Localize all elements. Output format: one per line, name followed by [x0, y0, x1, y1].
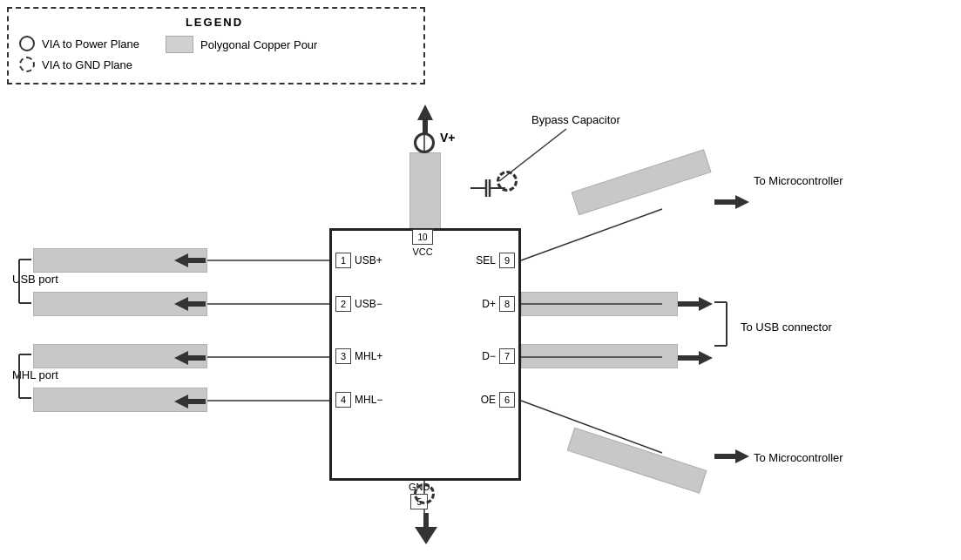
pin-4: 4 MHL−	[335, 392, 382, 408]
via-gnd-symbol	[414, 483, 435, 504]
pin-1: 1 USB+	[335, 253, 382, 268]
legend-items: VIA to Power Plane VIA to GND Plane Poly…	[19, 36, 409, 72]
pin-2: 2 USB−	[335, 296, 382, 312]
svg-rect-26	[188, 399, 206, 404]
pin-6: 6 OE	[481, 392, 515, 408]
usb-connector-bracket	[713, 290, 739, 358]
to-microcontroller-bottom-label: To Microcontroller	[754, 451, 843, 464]
svg-rect-37	[678, 355, 699, 361]
via-solid-icon	[19, 36, 35, 51]
svg-marker-21	[174, 297, 188, 311]
svg-rect-20	[188, 258, 206, 263]
bypass-capacitor-label: Bypass Capacitor	[531, 113, 620, 126]
arrow-left-pin1	[174, 253, 209, 267]
pin-vcc: 10 VCC	[412, 229, 433, 257]
pin-9: 9 SEL	[476, 253, 515, 268]
ic-chip: 10 VCC GND 5 1 USB+ 2 USB− 3 MHL+ 4 MHL−	[329, 228, 521, 481]
svg-rect-39	[714, 454, 735, 459]
to-usb-connector-label: To USB connector	[741, 320, 832, 334]
pin-3-box: 3	[335, 348, 351, 364]
arrow-right-d-minus	[678, 351, 713, 365]
svg-marker-40	[735, 449, 749, 463]
legend-left-column: VIA to Power Plane VIA to GND Plane	[19, 36, 139, 72]
pin-2-name: USB−	[355, 298, 382, 310]
arrow-left-pin2	[174, 297, 209, 311]
svg-marker-23	[174, 351, 188, 365]
svg-marker-36	[699, 297, 713, 311]
usb-port-bracket	[7, 247, 33, 315]
pin-3-name: MHL+	[355, 350, 382, 362]
svg-rect-33	[714, 199, 735, 205]
pin-3: 3 MHL+	[335, 348, 382, 364]
svg-marker-19	[174, 253, 188, 267]
svg-line-7	[521, 209, 662, 260]
pin-vcc-label: VCC	[412, 246, 432, 257]
arrow-right-sel	[714, 195, 749, 209]
legend-title: LEGEND	[19, 16, 409, 29]
vplus-label: V+	[440, 131, 456, 145]
pin-4-box: 4	[335, 392, 351, 408]
pin-1-box: 1	[335, 253, 351, 268]
to-microcontroller-top-label: To Microcontroller	[754, 174, 843, 187]
copper-pour-label: Polygonal Copper Pour	[200, 38, 317, 51]
pin-9-box: 9	[499, 253, 515, 268]
pin-8: 8 D+	[482, 296, 515, 312]
svg-rect-16	[423, 120, 428, 134]
pin-8-name: D+	[482, 298, 496, 310]
trace-sel	[572, 149, 712, 215]
pin-6-box: 6	[499, 392, 515, 408]
legend-via-gnd: VIA to GND Plane	[19, 57, 139, 72]
svg-marker-15	[417, 105, 433, 120]
via-gnd-label: VIA to GND Plane	[42, 58, 132, 71]
pin-1-name: USB+	[355, 254, 382, 267]
pin-7-name: D−	[482, 350, 496, 362]
legend-via-power: VIA to Power Plane	[19, 36, 139, 51]
arrow-left-pin3	[174, 351, 209, 365]
pin-7: 7 D−	[482, 348, 515, 364]
pin-10-box: 10	[412, 229, 433, 245]
svg-rect-18	[423, 513, 429, 527]
arrow-right-oe	[714, 449, 749, 463]
schematic-diagram: LEGEND VIA to Power Plane VIA to GND Pla…	[0, 0, 961, 560]
gnd-down-arrow	[415, 511, 437, 544]
trace-d-minus	[521, 344, 678, 368]
bypass-capacitor-symbol	[470, 171, 514, 208]
via-dashed-icon	[19, 57, 35, 72]
svg-marker-34	[735, 195, 749, 209]
arrow-left-pin4	[174, 395, 209, 408]
trace-oe	[567, 428, 707, 494]
svg-rect-24	[188, 355, 206, 361]
svg-marker-38	[699, 351, 713, 365]
pin-4-name: MHL−	[355, 394, 382, 406]
pin-7-box: 7	[499, 348, 515, 364]
pin-2-box: 2	[335, 296, 351, 312]
svg-marker-17	[415, 527, 437, 544]
trace-d-plus	[521, 292, 678, 316]
mhl-port-bracket	[7, 342, 33, 410]
power-up-arrow	[417, 105, 433, 136]
pin-6-name: OE	[481, 394, 496, 406]
copper-swatch-icon	[166, 36, 193, 53]
pin-9-name: SEL	[476, 254, 496, 267]
legend-copper-pour: Polygonal Copper Pour	[166, 36, 317, 53]
svg-rect-35	[678, 301, 699, 307]
pin-8-box: 8	[499, 296, 515, 312]
legend-box: LEGEND VIA to Power Plane VIA to GND Pla…	[7, 7, 425, 84]
arrow-right-d-plus	[678, 297, 713, 311]
via-power-label: VIA to Power Plane	[42, 37, 139, 51]
svg-rect-22	[188, 301, 206, 307]
vcc-trace	[409, 152, 441, 231]
svg-marker-25	[174, 395, 188, 408]
